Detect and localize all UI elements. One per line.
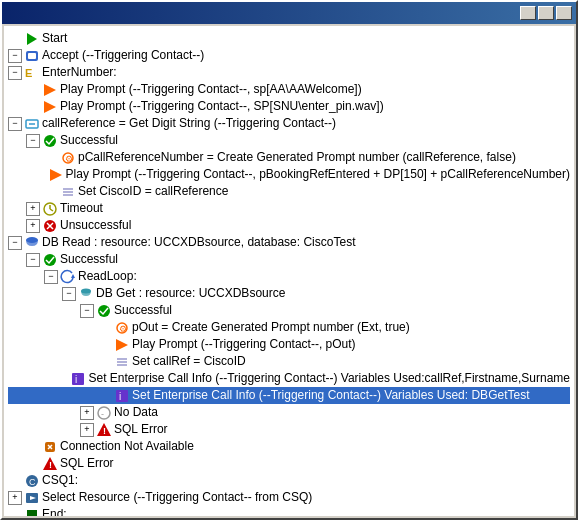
tree-item[interactable]: CCSQ1:: [8, 472, 570, 489]
dbread-icon: [24, 235, 40, 251]
set-icon: [114, 354, 130, 370]
expander-placeholder: [26, 457, 40, 471]
tree-item[interactable]: Play Prompt (--Triggering Contact--, SP[…: [8, 98, 570, 115]
tree-item[interactable]: End:: [8, 506, 570, 516]
tree-item[interactable]: −callReference = Get Digit String (--Tri…: [8, 115, 570, 132]
tree-item[interactable]: −Successful: [8, 251, 570, 268]
collapse-button[interactable]: −: [8, 49, 22, 63]
expand-button[interactable]: +: [26, 219, 40, 233]
tree-item-label: Successful: [114, 302, 172, 319]
tree-item[interactable]: −ReadLoop:: [8, 268, 570, 285]
tree-item[interactable]: Play Prompt (--Triggering Contact--, pBo…: [8, 166, 570, 183]
tree-item[interactable]: iSet Enterprise Call Info (--Triggering …: [8, 387, 570, 404]
flow-tree: Start−Accept (--Triggering Contact--)−EE…: [8, 30, 570, 516]
tree-item-label: Accept (--Triggering Contact--): [42, 47, 204, 64]
expander-placeholder: [8, 474, 22, 488]
tree-content[interactable]: Start−Accept (--Triggering Contact--)−EE…: [4, 26, 574, 516]
enter-icon: E: [24, 65, 40, 81]
collapse-button[interactable]: −: [62, 287, 76, 301]
window-controls: [520, 6, 572, 20]
svg-marker-0: [27, 33, 37, 45]
svg-point-8: [44, 135, 56, 147]
tree-item[interactable]: Play Prompt (--Triggering Contact--, pOu…: [8, 336, 570, 353]
tree-item-label: Play Prompt (--Triggering Contact--, sp[…: [60, 81, 362, 98]
collapse-button[interactable]: −: [26, 253, 40, 267]
tree-item[interactable]: Set CiscoID = callReference: [8, 183, 570, 200]
tree-item[interactable]: −Successful: [8, 132, 570, 149]
start-icon: [24, 31, 40, 47]
svg-text:E: E: [25, 67, 32, 79]
tree-item[interactable]: +-No Data: [8, 404, 570, 421]
tree-item[interactable]: −DB Get : resource: UCCXDBsource: [8, 285, 570, 302]
svg-text:C: C: [29, 477, 36, 487]
collapse-button[interactable]: −: [80, 304, 94, 318]
collapse-button[interactable]: −: [8, 66, 22, 80]
set-icon: [60, 184, 76, 200]
expander-placeholder: [26, 440, 40, 454]
svg-point-22: [44, 254, 56, 266]
svg-marker-11: [50, 169, 62, 181]
tree-item[interactable]: +Select Resource (--Triggering Contact--…: [8, 489, 570, 506]
collapse-button[interactable]: −: [26, 134, 40, 148]
svg-rect-49: [27, 510, 37, 517]
maximize-button[interactable]: [538, 6, 554, 20]
tree-item[interactable]: Play Prompt (--Triggering Contact--, sp[…: [8, 81, 570, 98]
tree-item[interactable]: −Successful: [8, 302, 570, 319]
expand-button[interactable]: +: [8, 491, 22, 505]
expander-placeholder: [98, 321, 112, 335]
tree-item-label: SQL Error: [60, 455, 114, 472]
tree-item-label: Unsuccessful: [60, 217, 131, 234]
tree-item[interactable]: Connection Not Available: [8, 438, 570, 455]
expander-placeholder: [54, 372, 68, 386]
tree-item[interactable]: +Unsuccessful: [8, 217, 570, 234]
svg-rect-32: [72, 373, 84, 385]
tree-item[interactable]: ⚙pOut = Create Generated Prompt number (…: [8, 319, 570, 336]
genprompt-icon: ⚙: [60, 150, 76, 166]
expand-button[interactable]: +: [80, 423, 94, 437]
expander-placeholder: [8, 32, 22, 46]
tree-item-label: Select Resource (--Triggering Contact-- …: [42, 489, 312, 506]
timeout-icon: [42, 201, 58, 217]
collapse-button[interactable]: −: [44, 270, 58, 284]
svg-point-25: [98, 305, 110, 317]
expander-placeholder: [26, 100, 40, 114]
enterprise-icon: i: [114, 388, 130, 404]
tree-item-label: DB Get : resource: UCCXDBsource: [96, 285, 285, 302]
tree-item[interactable]: Set callRef = CiscoID: [8, 353, 570, 370]
expander-placeholder: [26, 83, 40, 97]
close-button[interactable]: [556, 6, 572, 20]
playprompt-icon: [114, 337, 130, 353]
tree-item[interactable]: !SQL Error: [8, 455, 570, 472]
tree-item-label: Set CiscoID = callReference: [78, 183, 228, 200]
minimize-button[interactable]: [520, 6, 536, 20]
tree-item[interactable]: −EEnterNumber:: [8, 64, 570, 81]
csq-icon: C: [24, 473, 40, 489]
svg-rect-34: [116, 390, 128, 402]
collapse-button[interactable]: −: [8, 236, 22, 250]
tree-item[interactable]: ⚙pCallReferenceNumber = Create Generated…: [8, 149, 570, 166]
expand-button[interactable]: +: [80, 406, 94, 420]
tree-item-label: SQL Error: [114, 421, 168, 438]
tree-item-label: Connection Not Available: [60, 438, 194, 455]
tree-item[interactable]: −DB Read : resource: UCCXDBsource, datab…: [8, 234, 570, 251]
tree-item[interactable]: iSet Enterprise Call Info (--Triggering …: [8, 370, 570, 387]
expand-button[interactable]: +: [26, 202, 40, 216]
tree-item[interactable]: Start: [8, 30, 570, 47]
tree-item[interactable]: +Timeout: [8, 200, 570, 217]
svg-text:i: i: [119, 391, 121, 402]
tree-item[interactable]: +!SQL Error: [8, 421, 570, 438]
svg-line-17: [50, 209, 53, 211]
tree-item[interactable]: −Accept (--Triggering Contact--): [8, 47, 570, 64]
tree-item-label: pCallReferenceNumber = Create Generated …: [78, 149, 516, 166]
readloop-icon: [60, 269, 76, 285]
tree-item-label: Play Prompt (--Triggering Contact--, SP[…: [60, 98, 384, 115]
expander-placeholder: [32, 168, 46, 182]
expander-placeholder: [98, 338, 112, 352]
tree-item-label: Set Enterprise Call Info (--Triggering C…: [132, 387, 529, 404]
tree-item-label: DB Read : resource: UCCXDBsource, databa…: [42, 234, 355, 251]
getdigit-icon: [24, 116, 40, 132]
collapse-button[interactable]: −: [8, 117, 22, 131]
tree-item-label: ReadLoop:: [78, 268, 137, 285]
tree-item-label: Set Enterprise Call Info (--Triggering C…: [88, 370, 570, 387]
svg-rect-2: [28, 53, 36, 59]
